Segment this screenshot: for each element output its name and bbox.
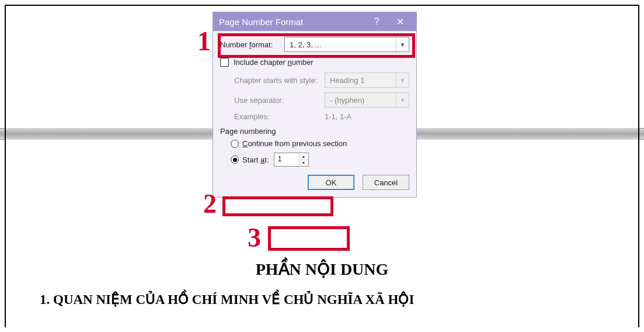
separator-value: - (hyphen) <box>325 96 396 105</box>
cancel-button[interactable]: Cancel <box>363 175 409 190</box>
document-heading: 1. QUAN NIỆM CỦA HỒ CHÍ MINH VỀ CHỦ NGHĨ… <box>40 292 638 307</box>
callout-1: 1 <box>197 26 211 57</box>
include-chapter-label: Include chapter number <box>234 58 314 67</box>
dialog-titlebar[interactable]: Page Number Format ? ✕ <box>213 12 416 31</box>
dialog-button-row: OK Cancel <box>220 175 409 190</box>
examples-label: Examples: <box>234 112 325 121</box>
number-format-combo[interactable]: 1, 2, 3, ... ▼ <box>284 37 409 52</box>
include-chapter-checkbox[interactable] <box>220 58 229 67</box>
number-format-row: Number format: 1, 2, 3, ... ▼ <box>220 37 409 52</box>
continue-radio-label: Continue from previous section <box>242 139 347 148</box>
radio-dot-icon <box>233 158 237 162</box>
ok-button[interactable]: OK <box>308 175 354 190</box>
separator-combo: - (hyphen) ▼ <box>325 92 409 108</box>
help-button[interactable]: ? <box>365 16 388 27</box>
continue-radio[interactable] <box>231 140 239 148</box>
callout-3: 3 <box>248 222 261 253</box>
spinner-down-button[interactable]: ▼ <box>300 160 308 167</box>
chevron-down-icon: ▼ <box>396 93 409 107</box>
chapter-starts-combo: Heading 1 ▼ <box>325 72 409 88</box>
chevron-down-icon: ▼ <box>396 37 409 51</box>
page-number-format-dialog: Page Number Format ? ✕ Number format: 1,… <box>213 12 417 198</box>
chevron-down-icon: ▼ <box>396 73 409 87</box>
spinner-up-button[interactable]: ▲ <box>300 153 308 160</box>
include-chapter-row: Include chapter number <box>220 58 409 67</box>
start-at-value: 1 <box>274 153 299 166</box>
separator-label: Use separator: <box>234 96 325 105</box>
number-format-value: 1, 2, 3, ... <box>285 40 396 49</box>
document-content: PHẦN NỘI DUNG 1. QUAN NIỆM CỦA HỒ CHÍ MI… <box>6 260 638 307</box>
close-button[interactable]: ✕ <box>388 16 412 27</box>
start-at-label: Start at: <box>242 155 269 164</box>
number-format-label: Number format: <box>220 40 284 49</box>
page-numbering-label: Page numbering <box>220 127 409 136</box>
chapter-starts-label: Chapter starts with style: <box>234 76 325 85</box>
callout-2: 2 <box>203 188 217 219</box>
start-at-radio[interactable] <box>231 155 239 164</box>
continue-radio-row[interactable]: Continue from previous section <box>231 139 409 148</box>
chapter-options-block: Chapter starts with style: Heading 1 ▼ U… <box>234 72 409 121</box>
document-title: PHẦN NỘI DUNG <box>6 260 638 279</box>
start-at-radio-row[interactable]: Start at: 1 ▲ ▼ <box>231 153 409 167</box>
start-at-spinner[interactable]: 1 ▲ ▼ <box>274 153 309 167</box>
chapter-starts-value: Heading 1 <box>325 76 396 85</box>
dialog-title: Page Number Format <box>219 17 365 27</box>
examples-value: 1-1, 1-A <box>325 112 409 121</box>
